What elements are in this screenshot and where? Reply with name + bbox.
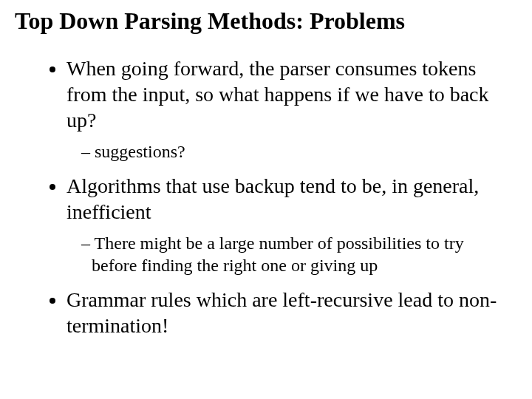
bullet-list: When going forward, the parser consumes … bbox=[44, 55, 502, 338]
sub-list: suggestions? bbox=[66, 140, 502, 163]
list-item: Grammar rules which are left-recursive l… bbox=[66, 287, 502, 338]
slide: Top Down Parsing Methods: Problems When … bbox=[0, 0, 532, 352]
page-title: Top Down Parsing Methods: Problems bbox=[15, 7, 517, 35]
list-item: When going forward, the parser consumes … bbox=[66, 55, 502, 163]
bullet-text: Grammar rules which are left-recursive l… bbox=[66, 288, 497, 337]
sub-list: There might be a large number of possibi… bbox=[66, 232, 502, 276]
sub-item: There might be a large number of possibi… bbox=[81, 232, 502, 276]
bullet-text: Algorithms that use backup tend to be, i… bbox=[66, 174, 479, 223]
sub-item: suggestions? bbox=[81, 140, 502, 163]
list-item: Algorithms that use backup tend to be, i… bbox=[66, 173, 502, 276]
content-body: When going forward, the parser consumes … bbox=[15, 55, 517, 338]
bullet-text: When going forward, the parser consumes … bbox=[66, 57, 489, 132]
sub-text: suggestions? bbox=[95, 142, 185, 161]
sub-text: There might be a large number of possibi… bbox=[92, 233, 464, 275]
